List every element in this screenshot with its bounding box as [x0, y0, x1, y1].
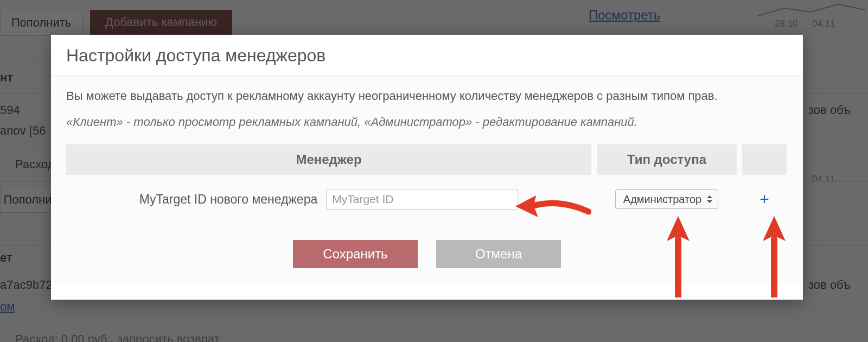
manager-access-modal: Настройки доступа менеджеров Вы можете в… — [51, 35, 803, 300]
modal-actions: Сохранить Отмена — [66, 240, 788, 268]
access-type-cell: Администратор — [597, 189, 737, 209]
col-header-manager: Менеджер — [66, 144, 591, 175]
managers-table: Менеджер Тип доступа MyTarget ID нового … — [66, 144, 788, 210]
manager-id-label: MyTarget ID нового менеджера — [139, 192, 317, 207]
manager-cell: MyTarget ID нового менеджера — [66, 189, 591, 210]
modal-description: Вы можете выдавать доступ к рекламному а… — [66, 89, 788, 103]
save-button[interactable]: Сохранить — [293, 240, 418, 268]
cancel-button[interactable]: Отмена — [436, 240, 561, 268]
modal-body: Вы можете выдавать доступ к рекламному а… — [51, 75, 803, 282]
modal-description-roles: «Клиент» - только просмотр рекламных кам… — [66, 115, 788, 129]
add-manager-button[interactable]: + — [760, 191, 769, 207]
select-sort-icon — [707, 195, 712, 203]
manager-id-input[interactable] — [326, 189, 518, 210]
new-manager-row: MyTarget ID нового менеджера Администрат… — [66, 189, 788, 210]
col-header-access-type: Тип доступа — [597, 144, 737, 175]
access-type-value: Администратор — [623, 193, 701, 206]
table-header-row: Менеджер Тип доступа — [66, 144, 788, 175]
col-header-actions — [742, 144, 787, 175]
modal-title: Настройки доступа менеджеров — [66, 46, 788, 66]
access-type-select[interactable]: Администратор — [615, 189, 718, 209]
modal-header: Настройки доступа менеджеров — [51, 35, 803, 75]
actions-cell: + — [742, 191, 787, 207]
